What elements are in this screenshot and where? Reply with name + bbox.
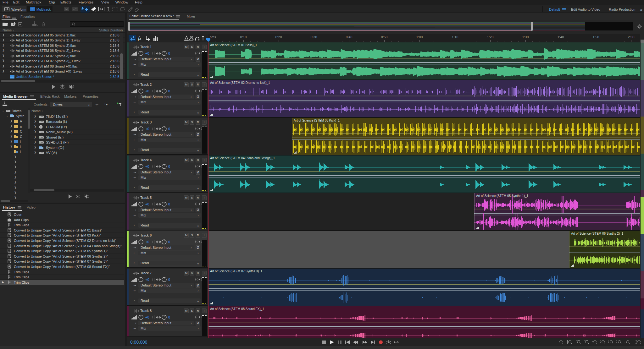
svg-text:Art of Science (STEM 06 Synths: Art of Science (STEM 06 Synths 2)_1 <box>571 232 624 235</box>
svg-text:0:40: 0:40 <box>346 35 353 39</box>
svg-text:1:00: 1:00 <box>416 35 423 39</box>
svg-text:Art of Science (STEM 08 Sound: Art of Science (STEM 08 Sound FX)_1 <box>210 307 264 311</box>
svg-text:2:00: 2:00 <box>628 35 635 39</box>
svg-text:Art of Science (STEM 02 Drums: Art of Science (STEM 02 Drums no kick)_1 <box>210 81 270 85</box>
svg-text:Art of Science (STEM 04 Piano: Art of Science (STEM 04 Piano and String… <box>210 156 275 160</box>
svg-text:1:40: 1:40 <box>558 35 564 39</box>
svg-text:0:30: 0:30 <box>311 35 317 39</box>
svg-text:1:10: 1:10 <box>452 35 458 39</box>
svg-text:0:10: 0:10 <box>240 35 247 39</box>
svg-text:1:20: 1:20 <box>487 35 494 39</box>
svg-text:0:20: 0:20 <box>275 35 282 39</box>
svg-text:0:50: 0:50 <box>381 35 388 39</box>
svg-text:Art of Science (STEM 07 Synths: Art of Science (STEM 07 Synths 3)_1 <box>210 270 263 273</box>
svg-text:1:30: 1:30 <box>522 35 529 39</box>
svg-text:fx: fx <box>138 36 142 41</box>
svg-text:1:50: 1:50 <box>593 35 599 39</box>
svg-text:Art of Science (STEM 01 Bass)_: Art of Science (STEM 01 Bass)_1 <box>210 43 257 47</box>
svg-text:Art of Science (STEM 03 Kick)_: Art of Science (STEM 03 Kick)_1 <box>294 119 340 122</box>
svg-text:Art of Science (STEM 05 Synths: Art of Science (STEM 05 Synths 1)_1 <box>476 194 529 198</box>
